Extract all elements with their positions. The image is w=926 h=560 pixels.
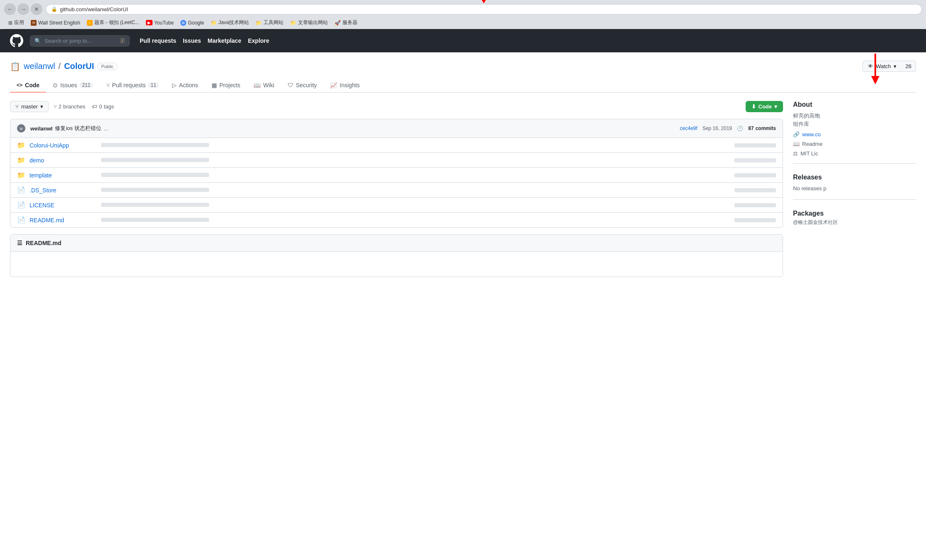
readme-content [10, 252, 783, 277]
repo-type-icon: 📋 [10, 61, 20, 71]
branch-area: ⑂ master ▾ ⑂ 2 branches 🏷 0 ta [10, 101, 783, 112]
nav-explore[interactable]: Explore [248, 37, 269, 44]
commits-link[interactable]: 87 commits [748, 125, 776, 131]
file-name-readme[interactable]: README.md [30, 217, 96, 224]
url-text: github.com/weilanwl/ColorUI [60, 6, 128, 12]
tab-insights[interactable]: 📈 Insights [323, 79, 366, 93]
tab-pull-requests[interactable]: ⑂ Pull requests 11 [100, 79, 165, 93]
repo-name[interactable]: ColorUI [64, 61, 94, 71]
packages-sub: @椿土圆金技术社区 [793, 219, 916, 226]
license-label: MIT Lic [800, 150, 818, 157]
file-name-colorui-uniapp[interactable]: Colorui-UniApp [30, 142, 96, 149]
file-name-demo[interactable]: demo [30, 157, 96, 164]
commit-message: 修复ios 状态栏错位 [55, 125, 101, 132]
nav-pull-requests[interactable]: Pull requests [140, 37, 176, 44]
wiki-tab-icon: 📖 [254, 82, 261, 88]
chevron-down-icon: ▾ [894, 63, 896, 69]
repo-header: 📋 weilanwl / ColorUI Public 👁 Watch ▾ 26 [10, 61, 916, 72]
watch-count[interactable]: 26 [901, 61, 916, 72]
tab-pr-label: Pull requests [112, 82, 146, 88]
branches-link[interactable]: ⑂ 2 branches [54, 103, 86, 110]
commit-date: Sep 16, 2019 [702, 125, 732, 131]
readme-meta: 📖 Readme [793, 141, 916, 147]
bookmarks-bar: ⊞ 应用 W Wall Street English ⚡ 题库 - 领扣 (Le… [4, 17, 922, 29]
forward-button[interactable]: → [17, 3, 29, 15]
tab-insights-label: Insights [340, 82, 360, 88]
youtube-label: YouTube [154, 20, 174, 26]
about-description: 鲜亮的高饱 组件库 [793, 112, 916, 128]
tab-code[interactable]: <> Code [10, 79, 46, 93]
bookmark-articles[interactable]: 📁 文章输出网站 [290, 19, 328, 26]
commit-info: weilanwl 修复ios 状态栏错位 ... [30, 125, 675, 132]
history-icon: 🕐 [737, 125, 743, 131]
readme-icon: 📖 [793, 141, 800, 147]
commit-header: w weilanwl 修复ios 状态栏错位 ... cec4e9f Sep 1… [10, 119, 783, 138]
tab-wiki[interactable]: 📖 Wiki [247, 79, 281, 93]
about-link[interactable]: 🔗 www.co [793, 131, 916, 138]
about-link-text: www.co [802, 131, 821, 138]
issues-tab-icon: ⊙ [53, 82, 58, 88]
close-button[interactable]: ✕ [31, 3, 42, 15]
file-date [726, 158, 776, 162]
file-commit-msg [101, 187, 721, 193]
readme-label: Readme [802, 141, 823, 147]
bookmark-youtube[interactable]: ▶ YouTube [146, 20, 174, 26]
file-name-license[interactable]: LICENSE [30, 202, 96, 209]
repo-visibility-badge: Public [97, 63, 117, 70]
file-row-readme: 📄 README.md [10, 213, 783, 227]
bookmark-tools[interactable]: 📁 工具网站 [256, 19, 283, 26]
bookmark-leet[interactable]: ⚡ 题库 - 领扣 (LeetC... [87, 19, 139, 26]
github-logo[interactable] [10, 34, 23, 47]
file-date [726, 218, 776, 222]
nav-buttons: ← → ✕ [4, 3, 42, 15]
wse-icon: W [31, 20, 37, 26]
tab-issues[interactable]: ⊙ Issues 211 [46, 79, 100, 93]
back-button[interactable]: ← [4, 3, 16, 15]
nav-marketplace[interactable]: Marketplace [208, 37, 241, 44]
branch-name: master [21, 103, 38, 110]
bookmark-google[interactable]: G Google [180, 20, 204, 26]
watch-label: Watch [876, 63, 891, 69]
page-content: 📋 weilanwl / ColorUI Public 👁 Watch ▾ 26… [0, 52, 926, 285]
tags-link[interactable]: 🏷 0 tags [92, 103, 114, 110]
file-date [726, 203, 776, 207]
sidebar-about: About 鲜亮的高饱 组件库 🔗 www.co 📖 Readme ⚖ MIT … [793, 101, 916, 164]
branch-selector[interactable]: ⑂ master ▾ [10, 101, 49, 112]
address-bar[interactable]: 🔒 github.com/weilanwl/ColorUI [46, 4, 922, 15]
commit-author[interactable]: weilanwl [30, 125, 52, 132]
browser-toolbar: ← → ✕ 🔒 github.com/weilanwl/ColorUI [4, 3, 922, 15]
code-btn-label: Code [759, 103, 772, 110]
sidebar-releases: Releases No releases p [793, 174, 916, 200]
packages-title: Packages [793, 210, 916, 217]
commit-avatar: w [17, 124, 25, 133]
red-arrow-url [475, 0, 492, 5]
nav-issues[interactable]: Issues [183, 37, 201, 44]
search-input[interactable]: 🔍 Search or jump to... / [30, 35, 130, 47]
commit-more[interactable]: ... [104, 125, 108, 132]
main-layout: ⑂ master ▾ ⑂ 2 branches 🏷 0 ta [10, 101, 916, 277]
security-tab-icon: 🛡 [288, 82, 293, 88]
code-button[interactable]: ⬇ Code ▾ [746, 101, 783, 112]
search-shortcut: / [120, 38, 125, 44]
tags-label: tags [104, 103, 114, 110]
releases-none: No releases p [793, 184, 916, 193]
repo-owner[interactable]: weilanwl [24, 61, 55, 71]
file-table: w weilanwl 修复ios 状态栏错位 ... cec4e9f Sep 1… [10, 119, 783, 228]
address-bar-wrapper: 🔒 github.com/weilanwl/ColorUI [46, 4, 922, 15]
actions-tab-icon: ▷ [172, 82, 177, 88]
bookmark-java[interactable]: 📁 Java技术网站 [211, 19, 249, 26]
about-desc-text: 鲜亮的高饱 [793, 113, 820, 119]
file-commit-msg [101, 142, 721, 148]
commit-hash[interactable]: cec4e9f [680, 125, 697, 131]
tab-actions[interactable]: ▷ Actions [165, 79, 205, 93]
readme-title: README.md [26, 240, 62, 246]
watch-button[interactable]: 👁 Watch ▾ [862, 61, 901, 72]
bookmark-wse[interactable]: W Wall Street English [31, 20, 80, 26]
tab-security[interactable]: 🛡 Security [281, 79, 324, 93]
file-name-ds-store[interactable]: .DS_Store [30, 187, 96, 194]
bookmark-server[interactable]: 🚀 服务器 [335, 19, 357, 26]
tab-projects[interactable]: ▦ Projects [205, 79, 247, 93]
bookmark-apps[interactable]: ⊞ 应用 [8, 19, 24, 26]
file-name-template[interactable]: template [30, 172, 96, 179]
github-header: 🔍 Search or jump to... / Pull requests I… [0, 29, 926, 52]
